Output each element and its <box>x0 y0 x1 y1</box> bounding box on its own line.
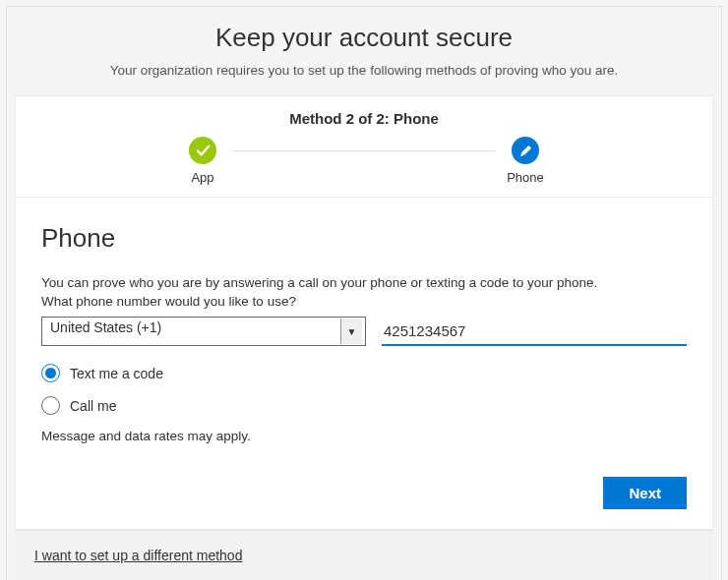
pencil-icon <box>512 137 539 164</box>
page-title: Keep your account secure <box>23 23 705 53</box>
step-label-app: App <box>191 170 213 185</box>
form-content: Phone You can prove who you are by answe… <box>16 198 712 461</box>
page-subheading: Your organization requires you to set up… <box>23 63 705 78</box>
next-button[interactable]: Next <box>603 477 687 509</box>
phone-number-input[interactable] <box>382 317 687 346</box>
step-app: App <box>173 137 232 185</box>
section-heading: Phone <box>41 223 687 254</box>
step-phone: Phone <box>496 137 555 185</box>
country-select-wrap[interactable]: United States (+1) ▼ <box>41 317 366 346</box>
section-description: You can prove who you are by answering a… <box>41 275 687 290</box>
setup-card: Method 2 of 2: Phone App Phone Phone You… <box>15 95 713 530</box>
radio-label-text: Text me a code <box>70 366 163 381</box>
phone-prompt: What phone number would you like to use? <box>41 294 687 309</box>
radio-call-me[interactable]: Call me <box>41 396 687 415</box>
radio-label-call: Call me <box>70 398 116 414</box>
step-connector <box>232 150 496 151</box>
different-method-link[interactable]: I want to set up a different method <box>34 548 242 563</box>
footer: I want to set up a different method <box>15 530 713 580</box>
stepper-title: Method 2 of 2: Phone <box>16 96 712 137</box>
stepper: App Phone <box>16 137 712 197</box>
phone-inputs-row: United States (+1) ▼ <box>41 317 687 346</box>
page-container: Keep your account secure Your organizati… <box>6 6 722 580</box>
check-icon <box>189 137 216 164</box>
country-select[interactable]: United States (+1) <box>41 317 366 346</box>
actions-row: Next <box>16 461 712 529</box>
radio-icon-checked <box>41 364 60 382</box>
radio-icon-unchecked <box>41 396 60 415</box>
radio-text-code[interactable]: Text me a code <box>41 364 687 382</box>
rates-note: Message and data rates may apply. <box>41 429 687 443</box>
step-label-phone: Phone <box>507 170 544 185</box>
page-header: Keep your account secure Your organizati… <box>7 7 721 87</box>
